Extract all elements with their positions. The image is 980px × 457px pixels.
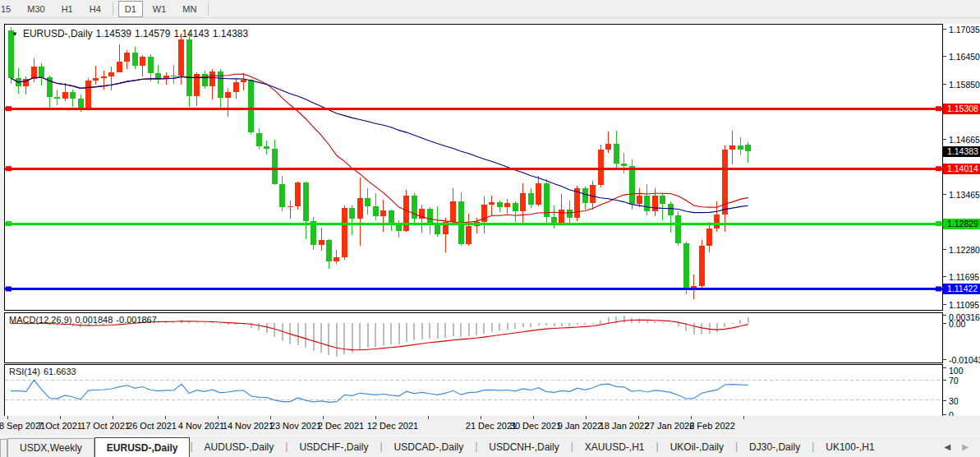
macd-indicator-pane[interactable]: MACD(12,26,9)0.001848-0.001867	[4, 312, 943, 363]
date-axis-tick	[218, 416, 219, 419]
date-axis-tick	[60, 416, 61, 419]
date-axis-tick	[638, 416, 639, 419]
date-axis-label: 30 Dec 2021	[510, 421, 561, 431]
date-axis-label: 6 Feb 2022	[689, 421, 735, 431]
macd-axis-tick	[943, 323, 946, 324]
chart-title: ▼EURUSD-,Daily1.145391.145791.141431.143…	[12, 28, 251, 39]
chart-tab-usdcnh-daily[interactable]: USDCNH-,Daily	[477, 438, 570, 457]
rsi-axis-label: 30	[949, 396, 959, 406]
chart-symbol-label: EURUSD-,Daily	[23, 28, 93, 39]
price-level-badge: 1.14014	[943, 164, 980, 174]
price-axis-tick	[943, 276, 946, 277]
date-axis-tick	[743, 416, 744, 419]
rsi-axis-label: 0	[949, 410, 954, 416]
rsi-axis-tick	[943, 367, 946, 368]
date-axis-label: 9 Jan 2022	[558, 421, 602, 431]
date-axis-label: 26 Oct 2021	[127, 421, 177, 431]
price-axis-label: 1.11695	[949, 272, 979, 282]
chart-tab-ukoil-daily[interactable]: UKOil-,Daily	[659, 438, 735, 457]
date-axis-tick	[586, 416, 587, 419]
price-level-badge: 1.15308	[943, 104, 980, 114]
rsi-axis-label: 100	[949, 366, 964, 376]
rsi-value: 61.6633	[44, 367, 76, 376]
ohlc-close: 1.14383	[213, 28, 248, 39]
price-chart-pane[interactable]: ▼EURUSD-,Daily1.145391.145791.141431.143…	[4, 24, 943, 311]
timeframe-toolbar: 15M30H1H4D1W1MN	[0, 0, 980, 18]
date-axis-label: 12 Dec 2021	[367, 421, 418, 431]
price-axis-label: 1.14665	[949, 135, 980, 145]
date-axis-tick	[7, 416, 8, 419]
date-axis-label: 4 Nov 2021	[178, 421, 224, 431]
date-axis-tick	[481, 416, 481, 419]
timeframe-button-mn[interactable]: MN	[176, 1, 203, 17]
price-level-badge: 1.14383	[943, 146, 980, 157]
ohlc-low: 1.14143	[173, 28, 209, 39]
chart-tab-uk100-h1[interactable]: UK100-,H1	[814, 438, 886, 457]
date-axis[interactable]: 28 Sep 20217 Oct 202117 Oct 202126 Oct 2…	[0, 416, 980, 436]
price-axis-label: 1.16450	[949, 52, 980, 62]
chart-tab-usdx-weekly[interactable]: USDX,Weekly	[7, 438, 94, 457]
tab-scroll-right-icon[interactable]: ▶	[962, 442, 968, 451]
date-axis-tick	[270, 416, 271, 419]
chart-tab-usdcad-daily[interactable]: USDCAD-,Daily	[383, 438, 476, 457]
toolbar-separator	[208, 2, 209, 16]
ohlc-high: 1.14579	[135, 28, 170, 39]
price-level-badge: 1.11422	[943, 284, 980, 294]
price-axis-tick	[943, 139, 946, 140]
date-axis-tick	[691, 416, 692, 419]
price-axis-tick	[943, 304, 946, 305]
timeframe-button-15[interactable]: 15	[0, 1, 17, 17]
date-axis-label: 2 Dec 2021	[318, 421, 364, 431]
chart-dropdown-icon[interactable]: ▼	[12, 30, 18, 38]
price-axis-tick	[943, 84, 946, 85]
date-axis-tick	[375, 416, 376, 419]
rsi-indicator-pane[interactable]: RSI(14)61.6633	[4, 364, 943, 417]
main-chart-svg[interactable]	[5, 25, 942, 310]
macd-value: 0.001848	[75, 315, 113, 325]
date-axis-tick	[323, 416, 324, 419]
rsi-svg[interactable]	[5, 365, 942, 416]
date-axis-label: 7 Oct 2021	[38, 421, 82, 431]
timeframe-button-d1[interactable]: D1	[118, 1, 143, 17]
rsi-axis-tick	[943, 414, 946, 415]
macd-axis-tick	[943, 315, 946, 316]
price-axis[interactable]: 1.170351.164501.158501.146651.134651.122…	[943, 24, 980, 416]
price-axis-label: 1.15850	[949, 80, 980, 90]
price-axis-label: 1.12280	[949, 245, 980, 255]
timeframe-button-w1[interactable]: W1	[146, 1, 173, 17]
date-axis-label: 23 Nov 2021	[270, 421, 321, 431]
rsi-axis-label: 70	[949, 376, 959, 385]
timeframe-button-h1[interactable]: H1	[55, 1, 80, 17]
date-axis-label: 14 Nov 2021	[223, 421, 274, 431]
tab-stub[interactable]	[0, 439, 7, 457]
price-axis-label: 1.13465	[949, 190, 980, 200]
chart-tab-xauusd-h1[interactable]: XAUUSD-,H1	[573, 438, 656, 457]
price-axis-label: 1.17035	[949, 25, 980, 35]
price-axis-tick	[943, 29, 946, 30]
toolbar-separator	[113, 2, 113, 16]
chart-tab-usdchf-daily[interactable]: USDCHF-,Daily	[288, 438, 380, 457]
macd-label: MACD(12,26,9)0.001848-0.001867	[9, 315, 160, 325]
macd-axis-label: -0.01043	[949, 355, 980, 365]
trading-terminal-window: 15M30H1H4D1W1MN ▼EURUSD-,Daily1.145391.1…	[0, 0, 980, 457]
chart-tab-bar: USDX,WeeklyEURUSD-,Daily|AUDUSD-,Daily|U…	[0, 436, 980, 457]
chart-tab-audusd-daily[interactable]: AUDUSD-,Daily	[193, 438, 286, 457]
date-axis-label: 27 Jan 2022	[645, 421, 695, 431]
rsi-axis-tick	[943, 380, 946, 381]
timeframe-button-m30[interactable]: M30	[21, 1, 51, 17]
rsi-name: RSI(14)	[9, 367, 40, 376]
timeframe-button-h4[interactable]: H4	[83, 1, 108, 17]
macd-signal-value: -0.001867	[116, 315, 157, 325]
macd-axis-label: 0.00	[949, 319, 965, 329]
price-axis-tick	[943, 56, 946, 57]
ohlc-open: 1.14539	[96, 28, 131, 39]
date-axis-tick	[165, 416, 166, 419]
date-axis-label: 18 Jan 2022	[600, 421, 650, 431]
tab-scroll-arrows: ◀▶	[945, 436, 980, 457]
price-level-badge: 1.12829	[943, 219, 980, 229]
chart-tab-dj30-daily[interactable]: DJ30-,Daily	[738, 438, 812, 457]
date-axis-tick	[113, 416, 113, 419]
chart-tab-eurusd-daily[interactable]: EURUSD-,Daily	[94, 437, 191, 457]
rsi-axis-tick	[943, 400, 946, 401]
tab-scroll-left-icon[interactable]: ◀	[945, 442, 951, 451]
